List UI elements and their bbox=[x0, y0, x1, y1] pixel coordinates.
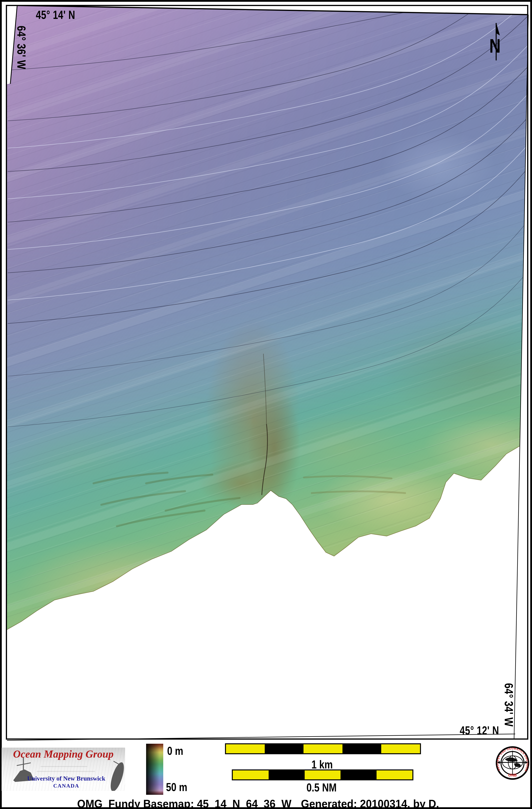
omg-logo-university: University of New Brunswick bbox=[13, 775, 119, 782]
label-lon-right: 64° 34' W bbox=[502, 683, 516, 727]
north-arrow-label: N bbox=[489, 35, 501, 57]
omg-logo: Ocean Mapping Group University of New Br… bbox=[2, 747, 125, 791]
basemap-page: 45° 14' N 64° 36' W 64° 34' W 45° 12' N … bbox=[0, 0, 532, 809]
scalebar-km bbox=[225, 743, 421, 754]
label-lon-left: 64° 36' W bbox=[15, 26, 29, 69]
depth-colorbar bbox=[146, 744, 163, 795]
colorbar-max-label: 50 m bbox=[166, 780, 187, 794]
footer-caption: OMG_Fundy Basemap: 45_14_N_64_36_WGenera… bbox=[77, 797, 439, 809]
omg-logo-title: Ocean Mapping Group bbox=[2, 748, 125, 760]
unb-seal: GEODESY AND GEOMATICS ENGINEERING UNB bbox=[495, 746, 530, 780]
colorbar-min-label: 0 m bbox=[167, 744, 183, 758]
parallel-45-12 bbox=[7, 734, 515, 740]
omg-logo-country: CANADA bbox=[13, 783, 119, 789]
scalebar-km-label: 1 km bbox=[225, 758, 419, 771]
label-lat-top: 45° 14' N bbox=[36, 8, 75, 22]
scalebar-km-text: 1 km bbox=[311, 758, 333, 771]
scalebar-nm-label: 0.5 NM bbox=[232, 781, 411, 794]
bathymetry-hillshade-texture bbox=[0, 0, 532, 741]
label-lat-bottom: 45° 12' N bbox=[460, 723, 499, 737]
scalebar-nm-text: 0.5 NM bbox=[307, 781, 337, 794]
footer-generated-text: Generated: 20100314, by D. bbox=[301, 797, 439, 809]
footer-basemap-text: OMG_Fundy Basemap: 45_14_N_64_36_W bbox=[77, 797, 291, 809]
scalebar-nm bbox=[232, 770, 413, 780]
